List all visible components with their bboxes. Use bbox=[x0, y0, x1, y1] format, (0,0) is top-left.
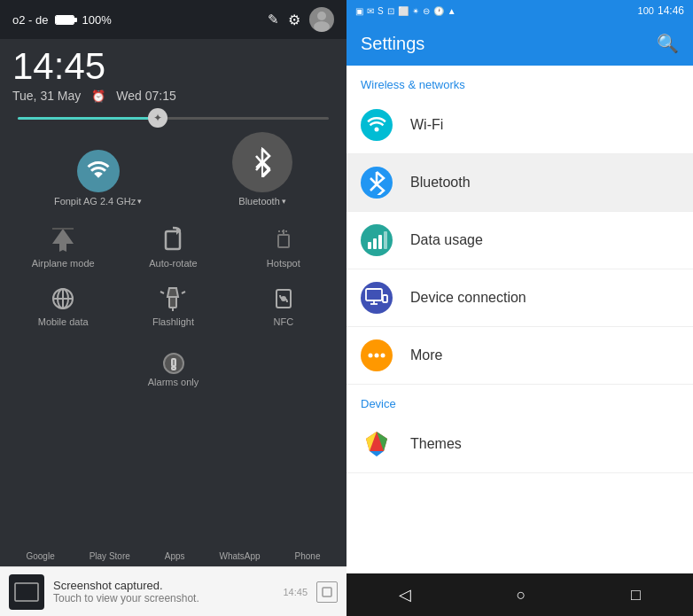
camera-icon: ⬜ bbox=[398, 6, 409, 16]
svg-rect-6 bbox=[278, 235, 289, 247]
device-connection-setting-item[interactable]: Device connection bbox=[346, 269, 693, 327]
svg-point-39 bbox=[375, 354, 379, 358]
svg-rect-5 bbox=[166, 231, 180, 249]
time-display: 14:45 bbox=[12, 48, 334, 85]
bluetooth-tile-icon-wrapper[interactable] bbox=[232, 132, 292, 192]
notif-title: Screenshot captured. bbox=[53, 579, 274, 592]
svg-rect-14 bbox=[169, 297, 176, 308]
svg-rect-22 bbox=[172, 359, 175, 366]
bt-label: Bluetooth ▾ bbox=[238, 196, 285, 207]
dock-whatsapp[interactable]: WhatsApp bbox=[219, 551, 260, 561]
time-section: 14:45 Tue, 31 May ⏰ Wed 07:15 bbox=[0, 39, 346, 108]
alarm-icon: ⏰ bbox=[91, 90, 105, 103]
svg-line-16 bbox=[160, 292, 164, 293]
themes-setting-label: Themes bbox=[410, 436, 462, 452]
svg-rect-32 bbox=[384, 231, 387, 249]
more-setting-item[interactable]: More bbox=[346, 327, 693, 385]
app-dock: Google Play Store Apps WhatsApp Phone bbox=[0, 546, 346, 566]
svg-rect-31 bbox=[378, 235, 382, 249]
wireless-networks-header: Wireless & networks bbox=[346, 66, 693, 97]
wifi-tile[interactable]: Fonpit AG 2.4 GHz ▾ bbox=[54, 150, 142, 207]
wifi-setting-icon-wrapper bbox=[361, 109, 393, 141]
auto-rotate-tile[interactable]: Auto-rotate bbox=[119, 219, 227, 276]
brightness-thumb: ✦ bbox=[148, 108, 167, 128]
flashlight-label: Flashlight bbox=[152, 316, 194, 327]
svg-point-0 bbox=[317, 12, 326, 20]
settings-title: Settings bbox=[361, 34, 424, 54]
hotspot-tile[interactable]: Hotspot bbox=[230, 219, 338, 276]
themes-setting-item[interactable]: Themes bbox=[346, 416, 693, 473]
notif-dismiss[interactable] bbox=[316, 581, 338, 603]
gear-icon[interactable]: ⚙ bbox=[288, 12, 300, 28]
svg-marker-13 bbox=[167, 288, 178, 297]
themes-setting-icon-wrapper bbox=[361, 428, 393, 460]
device-connection-setting-label: Device connection bbox=[410, 290, 526, 306]
bt-status-icon: ✴ bbox=[412, 6, 419, 16]
data-usage-setting-label: Data usage bbox=[410, 232, 483, 248]
status-icons-left: ▣ ✉ S ⊡ ⬜ ✴ ⊖ 🕐 ▲ bbox=[355, 6, 456, 16]
data-usage-setting-item[interactable]: Data usage bbox=[346, 212, 693, 269]
more-setting-label: More bbox=[410, 347, 442, 363]
dock-google[interactable]: Google bbox=[26, 551, 54, 561]
data-usage-setting-icon-wrapper bbox=[361, 224, 393, 256]
android-nav-bar: ◁ ○ □ bbox=[346, 573, 693, 616]
notif-time: 14:45 bbox=[283, 587, 308, 597]
alarms-only-label: Alarms only bbox=[148, 377, 199, 387]
wifi-setting-label: Wi-Fi bbox=[410, 117, 443, 133]
hotspot-label: Hotspot bbox=[267, 258, 300, 269]
battery-pct: 100% bbox=[82, 13, 111, 27]
pencil-icon[interactable]: ✎ bbox=[268, 12, 279, 27]
mail-icon: ✉ bbox=[367, 6, 374, 16]
settings-status-bar: ▣ ✉ S ⊡ ⬜ ✴ ⊖ 🕐 ▲ 100 14:46 bbox=[346, 0, 693, 21]
svg-rect-25 bbox=[323, 588, 331, 597]
bluetooth-setting-icon-wrapper bbox=[361, 167, 393, 199]
nfc-label: NFC bbox=[274, 316, 294, 327]
wifi-tile-icon-wrapper[interactable] bbox=[77, 150, 120, 192]
brightness-bar[interactable]: ✦ bbox=[18, 117, 329, 120]
dock-apps[interactable]: Apps bbox=[165, 551, 185, 561]
svg-rect-24 bbox=[15, 583, 38, 601]
date-text: Tue, 31 May bbox=[12, 89, 81, 103]
device-connection-setting-icon-wrapper bbox=[361, 282, 393, 314]
mobile-data-tile[interactable]: Mobile data bbox=[9, 277, 117, 334]
status-icons-right: 100 14:46 bbox=[638, 4, 684, 17]
flashlight-tile[interactable]: Flashlight bbox=[119, 277, 227, 334]
device-section-header: Device bbox=[346, 385, 693, 416]
notification-panel: o2 - de 100% ✎ ⚙ 14:45 Tue, 31 May ⏰ Wed… bbox=[0, 0, 346, 616]
s-icon: S bbox=[378, 6, 384, 16]
svg-rect-30 bbox=[373, 238, 377, 249]
search-icon[interactable]: 🔍 bbox=[657, 33, 679, 54]
mobile-data-label: Mobile data bbox=[38, 316, 89, 327]
svg-point-38 bbox=[369, 354, 373, 358]
alarms-only-tile[interactable]: Alarms only bbox=[0, 343, 346, 394]
svg-point-1 bbox=[314, 21, 330, 32]
minus-icon: ⊖ bbox=[423, 6, 430, 16]
screenshot-notification[interactable]: Screenshot captured. Touch to view your … bbox=[0, 566, 346, 616]
avatar[interactable] bbox=[309, 7, 334, 32]
bluetooth-setting-item[interactable]: Bluetooth bbox=[346, 154, 693, 212]
nav-recent-button[interactable]: □ bbox=[624, 579, 648, 612]
wifi-setting-item[interactable]: Wi-Fi bbox=[346, 97, 693, 154]
svg-line-28 bbox=[370, 184, 377, 191]
photo-icon: ▣ bbox=[355, 6, 363, 16]
svg-point-19 bbox=[282, 297, 285, 300]
svg-point-40 bbox=[381, 354, 385, 358]
auto-rotate-label: Auto-rotate bbox=[149, 258, 197, 269]
settings-list: Wireless & networks Wi-Fi bbox=[346, 66, 693, 573]
download-icon: ⊡ bbox=[387, 6, 394, 16]
bluetooth-tile[interactable]: Bluetooth ▾ bbox=[232, 132, 292, 207]
svg-rect-36 bbox=[383, 295, 387, 302]
svg-rect-29 bbox=[368, 242, 371, 249]
airplane-mode-tile[interactable]: Airplane mode bbox=[9, 219, 117, 276]
dock-playstore[interactable]: Play Store bbox=[90, 551, 130, 561]
settings-toolbar: Settings 🔍 bbox=[346, 21, 693, 66]
dock-phone[interactable]: Phone bbox=[295, 551, 321, 561]
carrier-label: o2 - de bbox=[12, 13, 48, 27]
brightness-slider[interactable]: ✦ bbox=[0, 108, 346, 129]
nfc-tile[interactable]: NFC bbox=[230, 277, 338, 334]
status-bar-left: o2 - de 100% ✎ ⚙ bbox=[0, 0, 346, 39]
battery-status: 100 bbox=[638, 5, 654, 16]
notif-thumbnail bbox=[9, 574, 44, 610]
nav-home-button[interactable]: ○ bbox=[510, 579, 533, 612]
nav-back-button[interactable]: ◁ bbox=[392, 578, 418, 612]
